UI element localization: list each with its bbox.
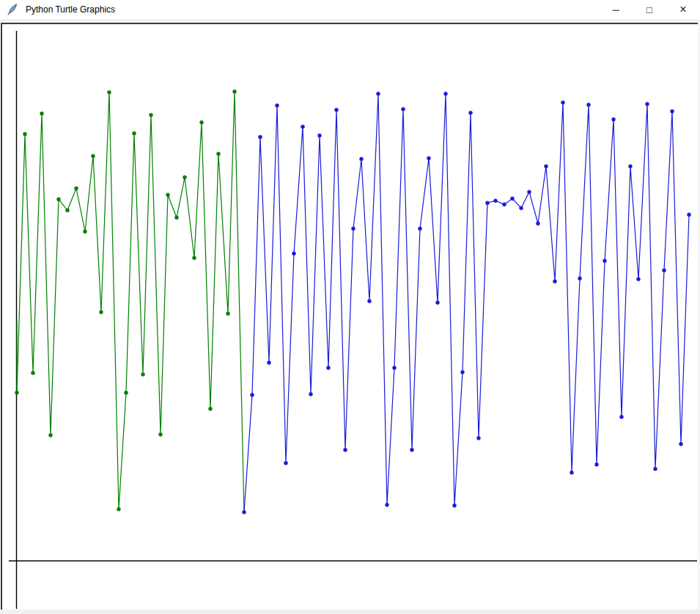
close-button[interactable]: × [666, 0, 700, 19]
maximize-icon: □ [646, 5, 652, 15]
close-icon: × [679, 4, 686, 15]
canvas-border-bottom [0, 610, 700, 614]
maximize-button[interactable]: □ [633, 0, 666, 19]
window-controls: ─ □ × [599, 0, 700, 19]
turtle-canvas [0, 22, 700, 614]
canvas-border-left [1, 23, 2, 610]
canvas-border-top [1, 23, 699, 24]
titlebar[interactable]: Python Turtle Graphics ─ □ × [0, 0, 700, 19]
minimize-icon: ─ [612, 5, 619, 15]
tk-feather-icon [7, 4, 18, 15]
window-title: Python Turtle Graphics [26, 4, 115, 15]
minimize-button[interactable]: ─ [599, 0, 633, 19]
turtle-graphics-window: Python Turtle Graphics ─ □ × [0, 0, 700, 614]
